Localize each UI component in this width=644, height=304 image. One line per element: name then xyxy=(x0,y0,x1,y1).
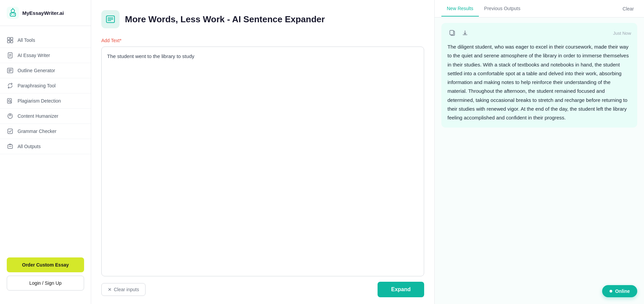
brain-icon xyxy=(7,113,14,119)
svg-rect-10 xyxy=(10,40,13,43)
result-timestamp: Just Now xyxy=(613,31,631,36)
sidebar-item-outline-generator[interactable]: Outline Generator xyxy=(0,63,91,78)
online-dot xyxy=(610,290,612,293)
sidebar-item-paraphrasing-tool-label: Paraphrasing Tool xyxy=(18,83,56,88)
right-panel: New Results Previous Outputs Clear xyxy=(435,0,644,304)
text-input[interactable]: The student went to the library to study xyxy=(101,47,424,276)
sidebar-item-content-humanizer-label: Content Humanizer xyxy=(18,113,58,119)
box-icon xyxy=(7,143,14,150)
sidebar-item-plagiarism-detection-label: Plagiarism Detection xyxy=(18,98,61,104)
online-badge: Online xyxy=(602,285,637,297)
tab-previous-outputs[interactable]: Previous Outputs xyxy=(479,1,526,17)
tool-title: More Words, Less Work - AI Sentence Expa… xyxy=(125,14,325,25)
svg-rect-8 xyxy=(10,37,13,40)
sidebar: MyEssayWriter.ai All Tools AI Essay Writ… xyxy=(0,0,91,304)
sidebar-item-ai-essay-writer[interactable]: AI Essay Writer xyxy=(0,48,91,63)
sidebar-item-ai-essay-writer-label: AI Essay Writer xyxy=(18,53,50,58)
copy-icon xyxy=(449,30,456,36)
sidebar-item-all-outputs[interactable]: All Outputs xyxy=(0,139,91,154)
copy-button[interactable] xyxy=(447,28,457,38)
svg-line-21 xyxy=(10,102,11,103)
tool-header: More Words, Less Work - AI Sentence Expa… xyxy=(101,10,424,28)
text-area-wrapper: Add Text* The student went to the librar… xyxy=(101,38,424,276)
sidebar-item-grammar-checker[interactable]: Grammar Checker xyxy=(0,124,91,139)
svg-rect-32 xyxy=(450,30,454,35)
login-signup-button[interactable]: Login / Sign Up xyxy=(7,276,84,291)
result-text: The diligent student, who was eager to e… xyxy=(447,43,631,122)
sidebar-item-paraphrasing-tool[interactable]: Paraphrasing Tool xyxy=(0,78,91,93)
svg-rect-24 xyxy=(8,129,12,134)
svg-rect-9 xyxy=(7,40,10,43)
expand-button[interactable]: Expand xyxy=(378,282,424,297)
sidebar-item-content-humanizer[interactable]: Content Humanizer xyxy=(0,109,91,124)
expand-tool-icon xyxy=(105,14,116,25)
content-area: More Words, Less Work - AI Sentence Expa… xyxy=(91,0,644,304)
brand-name: MyEssayWriter.ai xyxy=(22,10,64,16)
grid-icon xyxy=(7,37,14,44)
search-icon xyxy=(7,98,14,104)
sidebar-item-outline-generator-label: Outline Generator xyxy=(18,68,55,73)
tab-new-results[interactable]: New Results xyxy=(441,1,479,17)
left-panel: More Words, Less Work - AI Sentence Expa… xyxy=(91,0,435,304)
svg-rect-7 xyxy=(7,37,10,40)
logo-area: MyEssayWriter.ai xyxy=(0,7,91,26)
sidebar-item-all-tools-label: All Tools xyxy=(18,37,35,43)
list-icon xyxy=(7,67,14,74)
sidebar-cta-area: Order Custom Essay Login / Sign Up xyxy=(0,251,91,297)
refresh-icon xyxy=(7,82,14,89)
results-content: Just Now The diligent student, who was e… xyxy=(435,18,644,304)
download-button[interactable] xyxy=(460,28,470,38)
input-label: Add Text* xyxy=(101,38,424,43)
sidebar-item-plagiarism-detection[interactable]: Plagiarism Detection xyxy=(0,93,91,109)
result-card-toolbar: Just Now xyxy=(447,28,631,38)
result-card: Just Now The diligent student, who was e… xyxy=(441,23,637,128)
results-header: New Results Previous Outputs Clear xyxy=(435,0,644,18)
svg-point-3 xyxy=(11,14,12,15)
svg-point-6 xyxy=(12,8,13,9)
sidebar-nav: All Tools AI Essay Writer Outline Genera… xyxy=(0,29,91,251)
tool-icon-wrapper xyxy=(101,10,120,28)
action-bar: ✕ Clear inputs Expand xyxy=(101,282,424,297)
check-icon xyxy=(7,128,14,135)
online-label: Online xyxy=(615,288,630,294)
main-area: More Words, Less Work - AI Sentence Expa… xyxy=(91,0,644,304)
order-custom-essay-button[interactable]: Order Custom Essay xyxy=(7,257,84,272)
sidebar-item-grammar-checker-label: Grammar Checker xyxy=(18,129,56,134)
file-icon xyxy=(7,52,14,59)
sidebar-item-all-outputs-label: All Outputs xyxy=(18,144,41,149)
clear-results-button[interactable]: Clear xyxy=(619,4,637,13)
clear-x-icon: ✕ xyxy=(108,287,112,292)
logo-icon xyxy=(7,7,19,19)
required-marker: * xyxy=(120,38,121,43)
sidebar-item-all-tools[interactable]: All Tools xyxy=(0,33,91,48)
svg-point-4 xyxy=(14,14,15,15)
download-icon xyxy=(462,30,468,36)
clear-inputs-button[interactable]: ✕ Clear inputs xyxy=(101,283,146,296)
